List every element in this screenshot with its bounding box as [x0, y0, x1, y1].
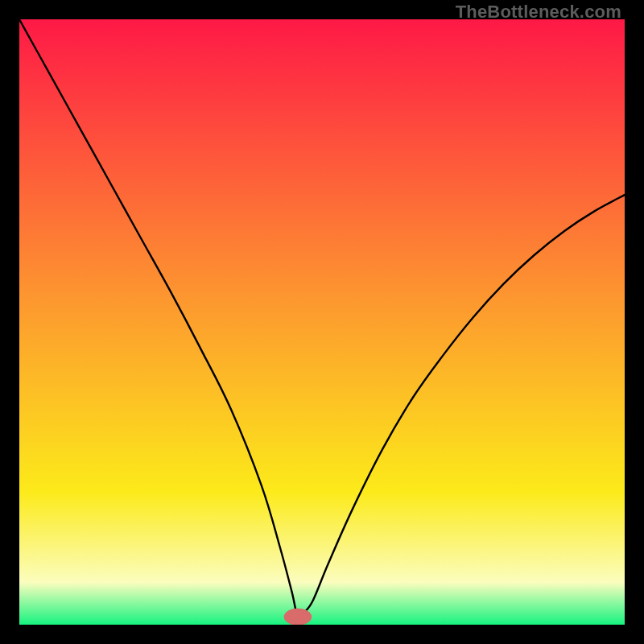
optimal-point-marker	[284, 609, 312, 625]
gradient-background	[19, 19, 625, 625]
bottleneck-chart	[19, 19, 625, 625]
chart-frame	[19, 19, 625, 625]
